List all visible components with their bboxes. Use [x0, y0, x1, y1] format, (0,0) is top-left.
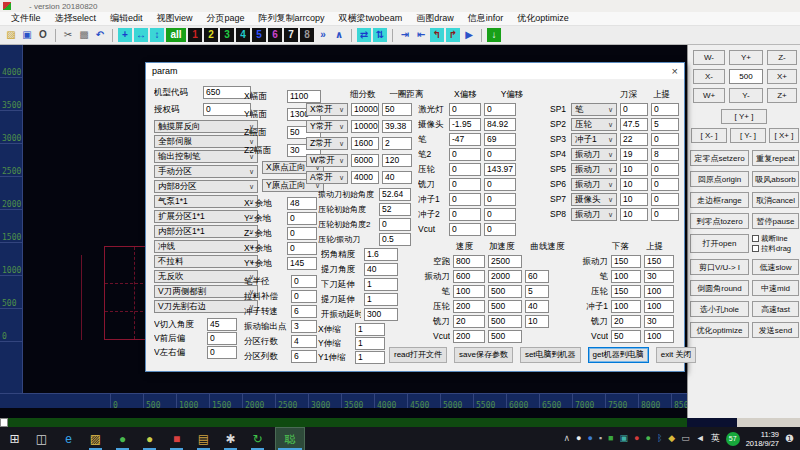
text-input[interactable]: 1 [355, 323, 385, 336]
separator[interactable] [481, 29, 482, 42]
option-dropdown[interactable]: V刀先割右边∨ [154, 300, 258, 313]
expand-icon[interactable]: » [316, 28, 330, 42]
option-dropdown[interactable]: 手动分区∨ [154, 165, 258, 178]
text-input[interactable]: 600 [453, 270, 485, 283]
text-input[interactable]: 0 [207, 332, 237, 345]
bracket-button[interactable]: [ X+ ] [769, 128, 799, 143]
circle-icon[interactable]: O [36, 28, 50, 42]
panel-button[interactable]: 优化optimize [690, 322, 749, 338]
option-dropdown[interactable]: 输出控制笔∨ [154, 150, 258, 163]
text-input[interactable]: 10 [525, 315, 549, 328]
app-red-icon[interactable]: ■ [168, 428, 185, 450]
text-input[interactable]: 22 [620, 133, 648, 146]
dialog-button[interactable]: exit 关闭 [656, 347, 697, 363]
tray-expand-icon[interactable]: ∧ [563, 427, 570, 450]
stretch-y-icon[interactable]: ↕ [150, 28, 164, 42]
text-input[interactable]: 120 [382, 154, 412, 167]
text-input[interactable]: 45 [207, 318, 237, 331]
horizontal-scrollbar[interactable] [8, 418, 687, 427]
text-input[interactable]: 40 [525, 300, 549, 313]
text-input[interactable]: 150 [611, 285, 641, 298]
bluetooth-icon[interactable]: ᛒ [657, 427, 662, 450]
tray-app-green-icon[interactable]: ■ [608, 427, 613, 450]
text-input[interactable]: 500 [488, 285, 522, 298]
to-end-icon[interactable]: ▶ [462, 28, 476, 42]
edge-icon[interactable]: e [60, 428, 77, 450]
menu-item[interactable]: 信息infor [461, 12, 511, 25]
layer-3-button[interactable]: 3 [220, 28, 234, 42]
jog-x-minus-button[interactable]: X- [693, 69, 725, 84]
panel-button[interactable]: 回原点origin [690, 171, 749, 187]
layer-2-button[interactable]: 2 [204, 28, 218, 42]
text-input[interactable]: 52.64 [379, 188, 411, 201]
compress-x-icon[interactable]: ⇄ [357, 28, 371, 42]
text-input[interactable]: 10000 [351, 103, 379, 116]
panel-button[interactable]: 剪口V/U-> I [690, 259, 749, 275]
text-input[interactable]: -1.95 [449, 118, 481, 131]
text-input[interactable]: 300 [364, 308, 398, 321]
menu-item[interactable]: 分页page [200, 12, 252, 25]
collapse-icon[interactable]: ∧ [332, 28, 346, 42]
tray-pie-icon[interactable]: ● [634, 427, 639, 450]
axis-dropdown[interactable]: Z常开∨ [306, 137, 348, 150]
text-input[interactable]: 100 [453, 285, 485, 298]
option-dropdown[interactable]: 无反吹∨ [154, 270, 258, 283]
text-input[interactable]: 5 [651, 118, 679, 131]
option-dropdown[interactable]: V刀两侧都割∨ [154, 285, 258, 298]
panel-button[interactable]: 低速slow [752, 259, 799, 275]
text-input[interactable]: 30 [644, 315, 674, 328]
tray-app-green2-icon[interactable]: ● [645, 427, 650, 450]
text-input[interactable]: 0 [651, 103, 679, 116]
panel-button[interactable]: 中速mid [752, 280, 799, 296]
text-input[interactable]: 150 [611, 255, 641, 268]
panel-button[interactable]: 暂停pause [752, 213, 799, 229]
axis-dropdown[interactable]: W常开∨ [306, 154, 348, 167]
tool-dropdown[interactable]: 压轮∨ [571, 118, 617, 131]
settings-gear-icon[interactable]: ✱ [222, 428, 239, 450]
text-input[interactable]: 10 [620, 178, 648, 191]
stretch-x-icon[interactable]: ↔ [134, 28, 148, 42]
text-input[interactable]: 5 [525, 285, 549, 298]
text-input[interactable]: 20 [453, 315, 485, 328]
text-input[interactable]: 10 [620, 193, 648, 206]
panel-button[interactable]: 倒圆角round [690, 280, 749, 296]
dialog-button[interactable]: set电脑到机器 [520, 347, 581, 363]
text-input[interactable]: 500 [488, 315, 522, 328]
text-input[interactable]: 0 [651, 163, 679, 176]
menu-item[interactable]: 文件file [4, 12, 48, 25]
text-input[interactable]: 10 [620, 208, 648, 221]
text-input[interactable]: 100 [644, 300, 674, 313]
option-dropdown[interactable]: 全部伺服∨ [154, 135, 258, 148]
text-input[interactable]: 1 [364, 293, 398, 306]
axis-dropdown[interactable]: X常开∨ [306, 103, 348, 116]
taskbar-clock[interactable]: 11:39 2018/9/27 [746, 430, 779, 448]
tool-dropdown[interactable]: 振动刀∨ [571, 208, 617, 221]
text-input[interactable]: 0 [484, 178, 516, 191]
dialog-button[interactable]: save保存参数 [454, 347, 513, 363]
layer-8-button[interactable]: 8 [300, 28, 314, 42]
checkbox-box[interactable] [752, 245, 759, 252]
panel-button[interactable]: 选小孔hole [690, 301, 749, 317]
tool-dropdown[interactable]: 振动刀∨ [571, 178, 617, 191]
text-input[interactable]: 1 [355, 351, 385, 364]
text-input[interactable]: 0 [484, 193, 516, 206]
text-input[interactable]: 0 [449, 208, 481, 221]
menu-item[interactable]: 视图view [150, 12, 200, 25]
save-icon[interactable]: ▣ [20, 28, 34, 42]
open-folder-icon[interactable]: ▨ [4, 28, 18, 42]
text-input[interactable]: 0 [449, 178, 481, 191]
bracket-y-plus-button[interactable]: [ Y+ ] [721, 109, 767, 124]
text-input[interactable]: -47 [449, 133, 481, 146]
file-explorer-icon[interactable]: ▨ [87, 428, 104, 450]
text-input[interactable]: 200 [453, 300, 485, 313]
checkbox[interactable]: 裁断line [752, 234, 791, 243]
panel-button[interactable]: 到零点tozero [690, 213, 749, 229]
text-input[interactable]: 4000 [351, 171, 379, 184]
tray-monitor-icon[interactable]: ▭ [681, 427, 690, 450]
text-input[interactable]: 30 [644, 270, 674, 283]
panel-button[interactable]: 走边框range [690, 192, 749, 208]
text-input[interactable]: 1600 [351, 137, 379, 150]
bracket-button[interactable]: [ X- ] [691, 128, 727, 143]
jog-x-plus-button[interactable]: X+ [767, 69, 797, 84]
text-input[interactable]: 0 [449, 103, 481, 116]
